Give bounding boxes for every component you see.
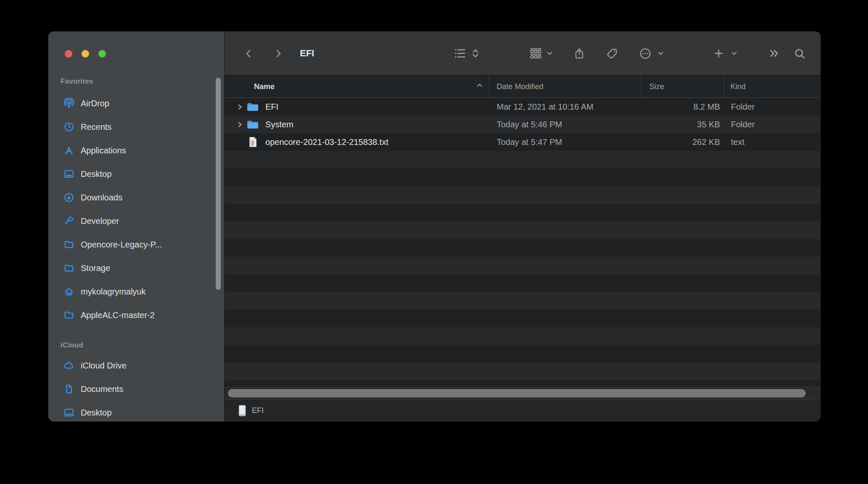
chevron-down-icon [657, 50, 664, 57]
download-circle-icon [64, 192, 74, 203]
traffic-lights [65, 50, 106, 58]
file-size: 8.2 MB [641, 102, 724, 112]
sidebar-item-downloads[interactable]: Downloads [48, 186, 224, 209]
sidebar-item-storage[interactable]: Storage [48, 256, 224, 280]
status-bar: EFI [225, 400, 820, 421]
column-label: Name [254, 82, 275, 91]
desktop-icon [64, 407, 74, 418]
file-kind: Folder [724, 120, 820, 129]
double-chevron-right-icon [768, 47, 780, 59]
column-header-date-modified[interactable]: Date Modified [489, 76, 641, 97]
file-size: 262 KB [641, 137, 724, 147]
column-header-name[interactable]: Name [225, 76, 489, 97]
chevron-down-icon [731, 50, 738, 57]
home-icon [64, 286, 74, 297]
file-kind: text [724, 137, 820, 147]
group-view-icon [529, 47, 542, 60]
file-kind: Folder [724, 102, 820, 112]
tag-icon [606, 47, 618, 60]
cloud-icon [64, 360, 74, 371]
text-file-icon [246, 136, 259, 148]
column-label: Date Modified [497, 82, 543, 91]
sidebar-item-opencore-legacy[interactable]: Opencore-Legacy-P... [48, 233, 224, 256]
chevron-down-icon [546, 50, 553, 57]
sidebar-item-applealc[interactable]: AppleALC-master-2 [48, 303, 224, 327]
sidebar-scrollbar[interactable] [216, 78, 221, 290]
file-name: EFI [265, 102, 278, 112]
column-header-size[interactable]: Size [641, 76, 724, 97]
disk-icon [238, 404, 247, 417]
share-button[interactable] [573, 32, 585, 75]
horizontal-scrollbar-track[interactable] [225, 387, 820, 400]
file-name: System [265, 120, 294, 129]
toolbar: EFI [225, 32, 820, 75]
desktop-icon [64, 168, 74, 179]
sidebar-item-airdrop[interactable]: AirDrop [48, 92, 224, 115]
group-by-chevron[interactable] [546, 32, 553, 75]
sidebar-item-documents[interactable]: Documents [48, 377, 224, 401]
sidebar-item-label: Recents [81, 122, 111, 132]
folder-icon [64, 263, 74, 274]
tags-button[interactable] [606, 32, 618, 75]
file-list: EFI Mar 12, 2021 at 10:16 AM 8.2 MB Fold… [225, 98, 820, 387]
column-header-kind[interactable]: Kind [724, 76, 820, 97]
file-name: opencore-2021-03-12-215838.txt [265, 137, 388, 147]
minimize-button[interactable] [82, 50, 89, 58]
sidebar-section-icloud: iCloud [48, 339, 224, 352]
new-item-button[interactable] [712, 32, 725, 75]
sidebar-item-applications[interactable]: Applications [48, 139, 224, 162]
column-headers: Name Date Modified Size Kind [225, 76, 820, 98]
sidebar-item-recents[interactable]: Recents [48, 115, 224, 139]
more-actions-button[interactable] [639, 32, 651, 75]
sidebar-item-icloud-drive[interactable]: iCloud Drive [48, 354, 224, 377]
sidebar-item-label: mykolagrymalyuk [81, 287, 146, 297]
airdrop-icon [64, 98, 74, 109]
close-button[interactable] [65, 50, 72, 58]
sidebar-item-desktop[interactable]: Desktop [48, 162, 224, 186]
table-row[interactable]: EFI Mar 12, 2021 at 10:16 AM 8.2 MB Fold… [225, 98, 820, 116]
sidebar-item-label: Downloads [81, 193, 122, 203]
file-date: Today at 5:46 PM [489, 120, 641, 129]
sidebar-item-label: AirDrop [81, 99, 109, 108]
disclosure-chevron-icon[interactable] [236, 103, 245, 110]
sidebar-item-label: AppleALC-master-2 [81, 310, 155, 320]
view-sort-toggle[interactable] [471, 32, 479, 75]
file-date: Today at 5:47 PM [489, 137, 641, 147]
folder-icon [64, 239, 74, 250]
sidebar-item-desktop-icloud[interactable]: Desktop [48, 401, 224, 421]
sidebar-item-label: Developer [81, 216, 119, 226]
app-store-icon [64, 145, 74, 156]
ellipsis-circle-icon [639, 47, 651, 60]
list-view-icon [453, 47, 466, 60]
disclosure-chevron-icon[interactable] [236, 121, 245, 128]
horizontal-scrollbar-thumb[interactable] [228, 389, 806, 397]
search-button[interactable] [793, 32, 806, 75]
more-actions-chevron[interactable] [657, 32, 664, 75]
sidebar-item-label: Desktop [81, 169, 111, 179]
main-pane: EFI [224, 32, 820, 421]
sidebar-section-favorites: Favorites [48, 75, 224, 88]
plus-icon [713, 47, 725, 59]
document-icon [64, 384, 74, 395]
zoom-button[interactable] [98, 50, 106, 58]
new-item-chevron[interactable] [730, 32, 738, 75]
table-row[interactable]: opencore-2021-03-12-215838.txt Today at … [225, 133, 820, 151]
chevron-right-icon [273, 48, 284, 59]
sidebar-item-home[interactable]: mykolagrymalyuk [48, 280, 224, 303]
sidebar-item-label: Applications [81, 146, 126, 155]
view-list-button[interactable] [453, 32, 466, 75]
clock-icon [64, 121, 74, 132]
forward-button[interactable] [272, 32, 284, 75]
group-by-button[interactable] [529, 32, 543, 75]
column-label: Kind [730, 82, 746, 91]
chevron-left-icon [243, 48, 254, 59]
sidebar-item-label: Opencore-Legacy-P... [81, 240, 162, 250]
hammer-icon [64, 216, 74, 226]
toolbar-overflow-button[interactable] [768, 32, 781, 75]
sidebar-item-label: iCloud Drive [81, 361, 127, 371]
back-button[interactable] [242, 32, 255, 75]
sidebar-item-label: Desktop [81, 408, 111, 418]
table-row[interactable]: System Today at 5:46 PM 35 KB Folder [225, 116, 820, 133]
folder-icon [246, 101, 259, 112]
sidebar-item-developer[interactable]: Developer [48, 209, 224, 233]
